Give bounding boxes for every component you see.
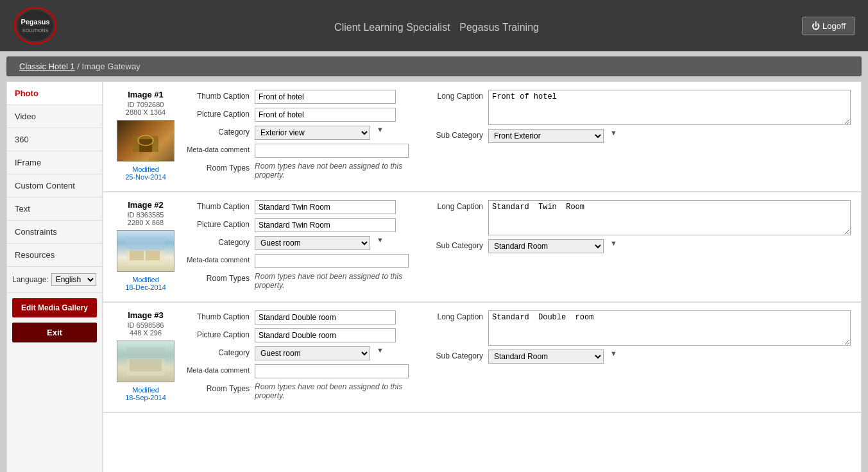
long-caption-row-1: Long Caption Front of hotel: [419, 90, 851, 125]
room-types-text-1: Room types have not been assigned to thi…: [255, 162, 409, 180]
image-block-1: Image #1 ID 7092680 2880 X 1364 Modified…: [103, 82, 861, 192]
picture-caption-input-3[interactable]: [255, 328, 396, 342]
svg-point-1: [17, 10, 53, 41]
form-left-col-3: Thumb Caption Picture Caption Category E…: [185, 310, 409, 404]
form-two-col-3: Thumb Caption Picture Caption Category E…: [185, 310, 851, 404]
sidebar-item-constraints[interactable]: Constraints: [7, 221, 102, 244]
sub-category-row-2: Sub Category Front ExteriorStandard Room…: [419, 239, 851, 253]
form-right-col-1: Long Caption Front of hotel Sub Category…: [419, 90, 851, 183]
image-title-3: Image #3: [114, 310, 178, 320]
picture-caption-row-1: Picture Caption: [185, 108, 409, 122]
form-left-col-1: Thumb Caption Picture Caption Category E…: [185, 90, 409, 183]
meta-label-1: Meta-data comment: [185, 144, 250, 153]
category-label-3: Category: [185, 346, 250, 357]
long-caption-textarea-2[interactable]: Standard Twin Room: [488, 200, 851, 235]
sidebar-item-iframe[interactable]: IFrame: [7, 151, 102, 174]
image-dims-3: 448 X 296: [114, 329, 178, 337]
pegasus-logo: Pegasus SOLUTIONS: [13, 6, 58, 45]
breadcrumb-hotel-link[interactable]: Classic Hotel 1: [19, 62, 75, 71]
image-info-3: Image #3 ID 6598586 448 X 296 Modified18…: [114, 310, 178, 404]
image-title-2: Image #2: [114, 200, 178, 210]
category-select-2[interactable]: Exterior viewGuest roomLobbyRestaurant: [255, 236, 370, 250]
exit-button[interactable]: Exit: [12, 323, 97, 342]
edit-media-button[interactable]: Edit Media Gallery: [12, 298, 97, 317]
sidebar-item-resources[interactable]: Resources: [7, 244, 102, 267]
sub-category-row-1: Sub Category Front ExteriorStandard Room…: [419, 129, 851, 143]
svg-rect-8: [130, 251, 144, 260]
logoff-button[interactable]: ⏻ Logoff: [802, 17, 855, 35]
thumb-svg-1: [126, 126, 165, 155]
long-caption-textarea-1[interactable]: Front of hotel: [488, 90, 851, 125]
room-types-text-3: Room types have not been assigned to thi…: [255, 382, 409, 400]
image-form-3: Thumb Caption Picture Caption Category E…: [185, 310, 851, 404]
sub-category-row-3: Sub Category Front ExteriorStandard Room…: [419, 350, 851, 364]
image-thumbnail-3: [117, 341, 174, 382]
sidebar-item-text[interactable]: Text: [7, 198, 102, 221]
form-left-col-2: Thumb Caption Picture Caption Category E…: [185, 200, 409, 294]
long-caption-label-1: Long Caption: [419, 90, 483, 101]
thumb-caption-label-2: Thumb Caption: [185, 200, 250, 211]
language-row: Language: English French German Spanish: [7, 267, 102, 293]
category-label-2: Category: [185, 236, 250, 247]
picture-caption-label-1: Picture Caption: [185, 108, 250, 119]
svg-rect-10: [126, 237, 165, 251]
language-select[interactable]: English French German Spanish: [51, 273, 96, 286]
room-types-label-1: Room Types: [185, 162, 250, 173]
form-right-col-3: Long Caption Standard Double room Sub Ca…: [419, 310, 851, 404]
modified-label-3: Modified18-Sep-2014: [114, 386, 178, 401]
picture-caption-label-2: Picture Caption: [185, 218, 250, 229]
image-title-1: Image #1: [114, 90, 178, 99]
modified-label-1: Modified25-Nov-2014: [114, 165, 178, 181]
header: Pegasus SOLUTIONS Client Learning Specia…: [0, 0, 868, 51]
image-dims-1: 2880 X 1364: [114, 108, 178, 116]
image-info-1: Image #1 ID 7092680 2880 X 1364 Modified…: [114, 90, 178, 183]
thumb-caption-label-3: Thumb Caption: [185, 310, 250, 321]
image-id-2: ID 8363585: [114, 211, 178, 219]
meta-input-2[interactable]: [255, 254, 409, 268]
category-select-1[interactable]: Exterior viewGuest roomLobbyRestaurant: [255, 126, 370, 140]
image-thumbnail-2: [117, 230, 174, 272]
svg-rect-13: [126, 347, 165, 360]
category-row-3: Category Exterior viewGuest roomLobbyRes…: [185, 346, 409, 360]
thumb-caption-input-3[interactable]: [255, 310, 396, 324]
room-types-row-2: Room Types Room types have not been assi…: [185, 272, 409, 290]
thumb-caption-input-2[interactable]: [255, 200, 396, 214]
form-two-col-2: Thumb Caption Picture Caption Category E…: [185, 200, 851, 294]
image-id-3: ID 6598586: [114, 321, 178, 329]
sub-category-label-3: Sub Category: [419, 350, 483, 360]
meta-row-3: Meta-data comment: [185, 364, 409, 378]
sub-category-label-2: Sub Category: [419, 239, 483, 250]
long-caption-textarea-3[interactable]: Standard Double room: [488, 310, 851, 346]
category-row-2: Category Exterior viewGuest roomLobbyRes…: [185, 236, 409, 250]
meta-input-1[interactable]: [255, 144, 409, 158]
category-select-3[interactable]: Exterior viewGuest roomLobbyRestaurant: [255, 346, 370, 360]
sidebar-item-custom[interactable]: Custom Content: [7, 174, 102, 198]
image-dims-2: 2280 X 868: [114, 219, 178, 226]
svg-text:SOLUTIONS: SOLUTIONS: [22, 28, 49, 33]
picture-caption-input-2[interactable]: [255, 218, 396, 232]
room-types-text-2: Room types have not been assigned to thi…: [255, 272, 409, 290]
long-caption-row-2: Long Caption Standard Twin Room: [419, 200, 851, 235]
modified-label-2: Modified18-Dec-2014: [114, 276, 178, 291]
sidebar-item-360[interactable]: 360: [7, 128, 102, 151]
sidebar-item-video[interactable]: Video: [7, 105, 102, 128]
meta-input-3[interactable]: [255, 364, 409, 378]
sub-category-select-1[interactable]: Front ExteriorStandard RoomLobby: [488, 129, 604, 143]
long-caption-label-2: Long Caption: [419, 200, 483, 211]
sidebar-item-photo[interactable]: Photo: [7, 82, 102, 105]
room-types-row-1: Room Types Room types have not been assi…: [185, 162, 409, 180]
thumb-caption-label-1: Thumb Caption: [185, 90, 250, 101]
image-info-2: Image #2 ID 8363585 2280 X 868 Modified1…: [114, 200, 178, 294]
sub-category-select-3[interactable]: Front ExteriorStandard RoomLobby: [488, 350, 604, 364]
thumb-svg-3: [126, 347, 165, 376]
sidebar: Photo Video 360 IFrame Custom Content Te…: [6, 81, 103, 472]
picture-caption-input-1[interactable]: [255, 108, 396, 122]
content-area: Image #1 ID 7092680 2880 X 1364 Modified…: [103, 81, 862, 472]
svg-rect-9: [146, 251, 160, 260]
category-label-1: Category: [185, 126, 250, 137]
thumb-caption-input-1[interactable]: [255, 90, 396, 104]
sub-category-select-2[interactable]: Front ExteriorStandard RoomLobby: [488, 239, 604, 253]
image-form-1: Thumb Caption Picture Caption Category E…: [185, 90, 851, 183]
image-block-2: Image #2 ID 8363585 2280 X 868 Modified1…: [103, 192, 861, 303]
long-caption-label-3: Long Caption: [419, 310, 483, 321]
